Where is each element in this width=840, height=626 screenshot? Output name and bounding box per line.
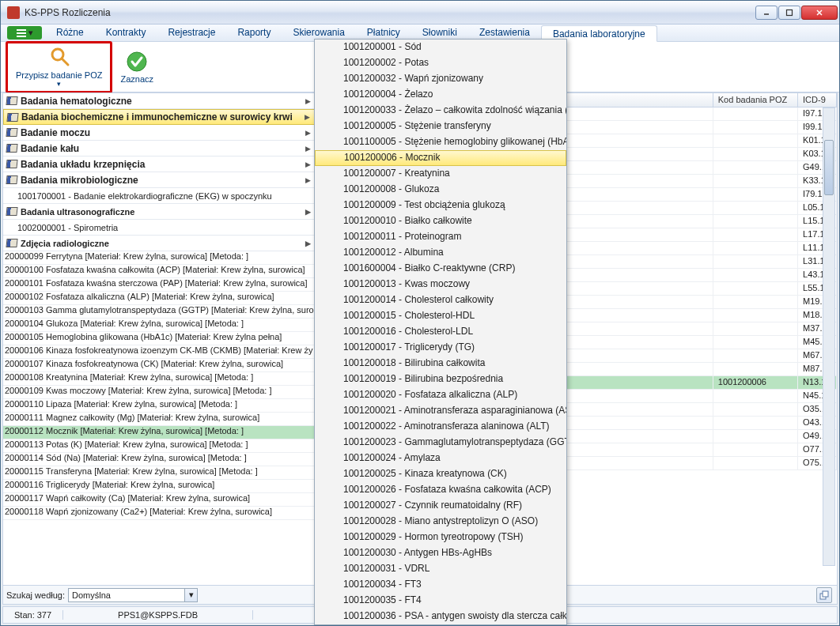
- menu-item[interactable]: 1001200028 - Miano antystreptolizyn O (A…: [315, 514, 566, 530]
- menu-item[interactable]: 1001200033 - Żelazo – całkowita zdolność…: [315, 103, 566, 119]
- list-row[interactable]: 20000113 Potas (K) [Materiał: Krew żylna…: [3, 439, 316, 453]
- list-row[interactable]: 20000111 Magnez całkowity (Mg) [Materiał…: [3, 413, 316, 426]
- menu-item[interactable]: 1001200014 - Cholesterol całkowity: [315, 292, 566, 308]
- zaznacz-button[interactable]: Zaznacz: [115, 49, 158, 85]
- menu-item[interactable]: 1001200020 - Fosfataza alkaliczna (ALP): [315, 387, 566, 403]
- list-row[interactable]: 20000110 Lipaza [Materiał: Krew żylna, s…: [3, 399, 316, 413]
- list-row[interactable]: 20000099 Ferrytyna [Materiał: Krew żylna…: [3, 251, 316, 265]
- category-label: Badania hematologiczne: [21, 96, 132, 107]
- menu-item[interactable]: 1001200034 - FT3: [315, 577, 566, 593]
- menu-różne[interactable]: Różne: [45, 25, 95, 41]
- menu-item[interactable]: 1001200030 - Antygen HBs-AgHBs: [315, 545, 566, 561]
- menu-item[interactable]: 1001200024 - Amylaza: [315, 451, 566, 466]
- list-row[interactable]: 20000105 Hemoglobina glikowana (HbA1c) […: [3, 332, 316, 345]
- tree-item[interactable]: 1001700001 - Badanie elektrokardiografic…: [3, 188, 316, 204]
- menu-item[interactable]: 1001200027 - Czynnik reumatoidalny (RF): [315, 498, 566, 514]
- menu-item[interactable]: 1001200008 - Glukoza: [315, 182, 566, 198]
- menu-item[interactable]: 1001200018 - Bilirubina całkowita: [315, 356, 566, 371]
- category-item[interactable]: Badania układu krzepnięcia▶: [3, 156, 316, 172]
- menu-item[interactable]: 1001200025 - Kinaza kreatynowa (CK): [315, 466, 566, 482]
- titlebar[interactable]: KS-PPS Rozliczenia: [1, 1, 839, 25]
- col-icd-header[interactable]: ICD-9: [798, 93, 837, 107]
- menu-item[interactable]: 1001600004 - Białko C-reaktywne (CRP): [315, 261, 566, 277]
- cell-kod: [713, 269, 798, 281]
- tree-item[interactable]: Badania ultrasonograficzne▶: [3, 204, 316, 220]
- menu-item[interactable]: 1001200013 - Kwas moczowy: [315, 277, 566, 292]
- tree-item[interactable]: Zdjęcia radiologiczne▶: [3, 236, 316, 251]
- svg-rect-1: [787, 9, 793, 15]
- menu-item[interactable]: 1001200032 - Wapń zjonizowany: [315, 71, 566, 87]
- cell-kod: [713, 390, 798, 402]
- svg-rect-5: [17, 32, 26, 34]
- menu-item[interactable]: 1001200019 - Bilirubina bezpośrednia: [315, 371, 566, 387]
- list-row[interactable]: 20000112 Mocznik [Materiał: Krew żylna, …: [3, 426, 316, 439]
- list-row[interactable]: 20000103 Gamma glutamylotranspeptydaza (…: [3, 305, 316, 319]
- main-menu-button[interactable]: ▾: [7, 26, 42, 40]
- category-item[interactable]: Badania hematologiczne▶: [3, 93, 316, 109]
- menu-item[interactable]: 1001200002 - Potas: [315, 55, 566, 71]
- minimize-button[interactable]: [755, 6, 778, 20]
- list-row[interactable]: 20000108 Kreatynina [Materiał: Krew żyln…: [3, 372, 316, 386]
- chevron-right-icon: ▶: [305, 160, 311, 168]
- menu-item[interactable]: 1001200007 - Kreatynina: [315, 166, 566, 182]
- category-item[interactable]: Badanie kału▶: [3, 141, 316, 156]
- menu-item[interactable]: 1001200031 - VDRL: [315, 561, 566, 577]
- chevron-right-icon: ▶: [305, 97, 311, 105]
- menu-item[interactable]: 1001200012 - Albumina: [315, 245, 566, 261]
- category-label: Badanie kału: [21, 143, 79, 154]
- list-row[interactable]: 20000117 Wapń całkowity (Ca) [Materiał: …: [3, 493, 316, 507]
- list-row[interactable]: 20000104 Glukoza [Materiał: Krew żylna, …: [3, 319, 316, 332]
- menu-item[interactable]: 1001200010 - Białko całkowite: [315, 213, 566, 229]
- tree-item[interactable]: 1002000001 - Spirometria: [3, 220, 316, 236]
- przypisz-badanie-poz-button[interactable]: Przypisz badanie POZ ▾: [6, 41, 112, 93]
- menu-item[interactable]: 1001200011 - Proteinogram: [315, 229, 566, 245]
- options-button[interactable]: [816, 587, 832, 603]
- category-item[interactable]: Badanie moczu▶: [3, 125, 316, 141]
- list-row[interactable]: 20000102 Fosfataza alkaliczna (ALP) [Mat…: [3, 292, 316, 305]
- maximize-button[interactable]: [778, 6, 800, 20]
- list-row[interactable]: 20000115 Transferyna [Materiał: Krew żyl…: [3, 466, 316, 480]
- zaznacz-label: Zaznacz: [120, 74, 153, 84]
- scrollbar[interactable]: [823, 107, 835, 566]
- menu-rejestracje[interactable]: Rejestracje: [157, 25, 226, 41]
- scrollbar-thumb[interactable]: [824, 140, 834, 195]
- search-dropdown-button[interactable]: ▾: [185, 588, 198, 602]
- list-row[interactable]: 20000116 Triglicerydy [Materiał: Krew ży…: [3, 480, 316, 493]
- menu-item[interactable]: 1001200015 - Cholesterol-HDL: [315, 308, 566, 324]
- list-row[interactable]: 20000106 Kinaza fosfokreatynowa izoenzym…: [3, 345, 316, 359]
- category-item[interactable]: Badania biochemiczne i immunochemiczne w…: [3, 109, 316, 125]
- menu-item[interactable]: 1001200009 - Test obciążenia glukozą: [315, 198, 566, 213]
- menu-item[interactable]: 1001200006 - Mocznik: [315, 150, 566, 166]
- menu-item[interactable]: 1001200035 - FT4: [315, 593, 566, 609]
- list-row[interactable]: 20000109 Kwas moczowy [Materiał: Krew ży…: [3, 386, 316, 399]
- list-row[interactable]: 20000100 Fosfataza kwaśna całkowita (ACP…: [3, 265, 316, 278]
- cell-kod: [713, 121, 798, 134]
- chevron-right-icon: ▶: [305, 113, 310, 121]
- menu-item[interactable]: 1001200017 - Triglicerydy (TG): [315, 340, 566, 356]
- menu-item[interactable]: 1001200001 - Sód: [315, 40, 566, 55]
- chevron-right-icon: ▶: [305, 129, 311, 137]
- category-item[interactable]: Badania mikrobiologiczne▶: [3, 172, 316, 188]
- menu-item[interactable]: 1001200022 - Aminotransferaza alaninowa …: [315, 419, 566, 435]
- list-row[interactable]: 20000118 Wapń zjonizowany (Ca2+) [Materi…: [3, 507, 316, 520]
- menu-item[interactable]: 1001200004 - Żelazo: [315, 87, 566, 103]
- menu-item[interactable]: 1001200021 - Aminotransferaza asparagini…: [315, 403, 566, 419]
- menu-raporty[interactable]: Raporty: [226, 25, 282, 41]
- menu-item[interactable]: 1001200026 - Fosfataza kwaśna całkowita …: [315, 482, 566, 498]
- close-button[interactable]: [801, 6, 838, 20]
- menu-item[interactable]: 1001100005 - Stężenie hemoglobiny glikow…: [315, 134, 566, 150]
- search-input[interactable]: [68, 588, 185, 602]
- list-row[interactable]: 20000107 Kinaza fosfokreatynowa (CK) [Ma…: [3, 359, 316, 372]
- menu-item[interactable]: 1001200036 - PSA - antygen swoisty dla s…: [315, 609, 566, 624]
- context-menu[interactable]: 1001200001 - Sód1001200002 - Potas100120…: [314, 39, 567, 625]
- col-kod-header[interactable]: Kod badania POZ: [713, 93, 798, 107]
- menu-kontrakty[interactable]: Kontrakty: [95, 25, 157, 41]
- menu-item[interactable]: 1001200005 - Stężenie transferyny: [315, 119, 566, 134]
- list-row[interactable]: 20000101 Fosfataza kwaśna sterczowa (PAP…: [3, 278, 316, 292]
- menu-item[interactable]: 1001200016 - Cholesterol-LDL: [315, 324, 566, 340]
- list-row[interactable]: 20000114 Sód (Na) [Materiał: Krew żylna,…: [3, 453, 316, 466]
- menu-item[interactable]: 1001200023 - Gammaglutamylotranspeptydaz…: [315, 435, 566, 451]
- svg-point-8: [127, 52, 146, 71]
- menu-item[interactable]: 1001200029 - Hormon tyreotropowy (TSH): [315, 530, 566, 545]
- status-stan: Stan: 377: [3, 610, 63, 620]
